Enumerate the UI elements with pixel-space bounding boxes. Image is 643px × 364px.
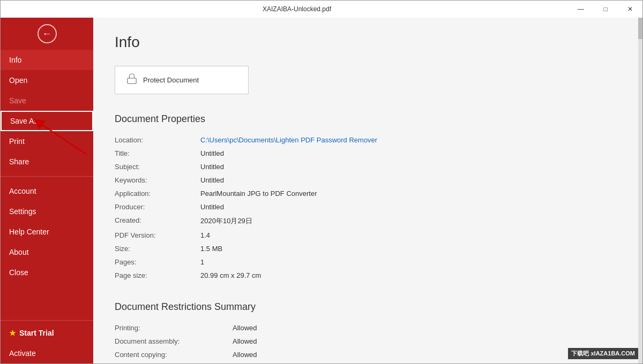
sidebar-item-start-trial[interactable]: ★ Start Trial <box>1 323 93 343</box>
table-row: Size:1.5 MB <box>115 242 621 255</box>
sidebar-item-account[interactable]: Account <box>1 181 93 201</box>
restriction-label: Document assembly: <box>115 335 233 348</box>
sidebar-item-open[interactable]: Open <box>1 70 93 90</box>
property-link[interactable]: C:\Users\pc\Documents\Lighten PDF Passwo… <box>200 136 377 144</box>
restriction-label: Content copying: <box>115 348 233 361</box>
sidebar-nav: Info Open Save Save As Print <box>1 50 93 283</box>
property-value: C:\Users\pc\Documents\Lighten PDF Passwo… <box>200 133 621 147</box>
property-value: Untitled <box>200 200 621 214</box>
property-value: 20.99 cm x 29.7 cm <box>200 269 621 282</box>
sidebar: ← Info Open Save Save As <box>1 18 93 363</box>
main-content: Info Protect Document Document Propertie… <box>93 18 642 363</box>
properties-table: Location:C:\Users\pc\Documents\Lighten P… <box>115 133 621 282</box>
property-label: Size: <box>115 242 200 255</box>
scrollbar[interactable] <box>638 18 642 363</box>
app-window: XAIZAIBA-Unlocked.pdf — □ ✕ ← Info Op <box>0 0 643 364</box>
sidebar-item-label: Save As <box>10 117 38 125</box>
table-row: PDF Version:1.4 <box>115 229 621 242</box>
sidebar-item-label: Start Trial <box>19 329 54 337</box>
table-row: Title:Untitled <box>115 147 621 160</box>
sidebar-item-close[interactable]: Close <box>1 262 93 283</box>
document-restrictions-title: Document Restrictions Summary <box>115 301 621 313</box>
sidebar-item-info[interactable]: Info <box>1 50 93 70</box>
property-label: Application: <box>115 187 200 200</box>
protect-document-button[interactable]: Protect Document <box>115 66 249 94</box>
sidebar-back: ← <box>1 18 93 50</box>
protect-document-label: Protect Document <box>143 76 199 84</box>
table-row: Created:2020年10月29日 <box>115 214 621 229</box>
sidebar-item-label: Help Center <box>9 228 49 236</box>
property-value: 1.5 MB <box>200 242 621 255</box>
sidebar-bottom: ★ Start Trial Activate <box>1 320 93 363</box>
sidebar-item-label: Info <box>9 56 21 64</box>
property-value: 1 <box>200 255 621 269</box>
property-value: 1.4 <box>200 229 621 242</box>
titlebar-title: XAIZAIBA-Unlocked.pdf <box>25 5 569 13</box>
sidebar-item-save-as[interactable]: Save As <box>1 111 93 131</box>
sidebar-item-about[interactable]: About <box>1 242 93 262</box>
property-label: Created: <box>115 214 200 229</box>
table-row: Keywords:Untitled <box>115 173 621 187</box>
sidebar-item-activate[interactable]: Activate <box>1 343 93 363</box>
page-title: Info <box>115 34 621 51</box>
sidebar-item-save: Save <box>1 90 93 111</box>
property-label: Title: <box>115 147 200 160</box>
property-label: Producer: <box>115 200 200 214</box>
restriction-value: Allowed <box>233 348 621 361</box>
property-value: Untitled <box>200 173 621 187</box>
scroll-thumb <box>638 18 642 39</box>
property-label: Pages: <box>115 255 200 269</box>
table-row: Page size:20.99 cm x 29.7 cm <box>115 269 621 282</box>
app-body: ← Info Open Save Save As <box>1 18 642 363</box>
property-label: Keywords: <box>115 173 200 187</box>
document-properties-title: Document Properties <box>115 113 621 125</box>
restriction-value: Allowed <box>233 321 621 335</box>
sidebar-item-label: Share <box>9 157 29 166</box>
sidebar-divider-1 <box>1 176 93 177</box>
table-row: Pages:1 <box>115 255 621 269</box>
property-value: 2020年10月29日 <box>200 214 621 229</box>
table-row: Application:PearlMountain JPG to PDF Con… <box>115 187 621 200</box>
property-value: Untitled <box>200 147 621 160</box>
table-row: Content copying:Allowed <box>115 348 621 361</box>
table-row: Location:C:\Users\pc\Documents\Lighten P… <box>115 133 621 147</box>
property-label: Location: <box>115 133 200 147</box>
back-button[interactable]: ← <box>38 24 57 43</box>
sidebar-item-help-center[interactable]: Help Center <box>1 222 93 242</box>
sidebar-item-label: Save <box>9 96 26 105</box>
maximize-button[interactable]: □ <box>593 1 618 18</box>
property-label: Page size: <box>115 269 200 282</box>
titlebar-controls: — □ ✕ <box>569 1 642 18</box>
sidebar-item-label: Open <box>9 76 27 85</box>
property-label: PDF Version: <box>115 229 200 242</box>
minimize-button[interactable]: — <box>569 1 593 18</box>
property-label: Subject: <box>115 160 200 173</box>
watermark: 下载吧 xIAZA1BA.COM <box>568 348 638 359</box>
back-icon: ← <box>42 28 52 40</box>
property-value: Untitled <box>200 160 621 173</box>
sidebar-item-settings[interactable]: Settings <box>1 201 93 222</box>
sidebar-item-share[interactable]: Share <box>1 151 93 172</box>
table-row: Producer:Untitled <box>115 200 621 214</box>
titlebar: XAIZAIBA-Unlocked.pdf — □ ✕ <box>1 1 642 18</box>
table-row: Content copying for accessibility:Allowe… <box>115 361 621 363</box>
sidebar-item-label: Account <box>9 187 36 195</box>
property-value: PearlMountain JPG to PDF Converter <box>200 187 621 200</box>
sidebar-item-label: Activate <box>9 349 36 358</box>
close-button[interactable]: ✕ <box>618 1 642 18</box>
restriction-label: Printing: <box>115 321 233 335</box>
sidebar-item-label: About <box>9 248 29 256</box>
star-icon: ★ <box>9 329 16 337</box>
restriction-label: Content copying for accessibility: <box>115 361 233 363</box>
restriction-value: Allowed <box>233 361 621 363</box>
sidebar-item-print[interactable]: Print <box>1 131 93 151</box>
table-row: Document assembly:Allowed <box>115 335 621 348</box>
sidebar-item-label: Print <box>9 137 25 146</box>
sidebar-item-label: Close <box>9 268 28 277</box>
table-row: Subject:Untitled <box>115 160 621 173</box>
protect-icon <box>126 73 138 87</box>
table-row: Printing:Allowed <box>115 321 621 335</box>
restrictions-table: Printing:AllowedDocument assembly:Allowe… <box>115 321 621 363</box>
svg-rect-2 <box>128 78 137 84</box>
sidebar-item-label: Settings <box>9 207 36 216</box>
